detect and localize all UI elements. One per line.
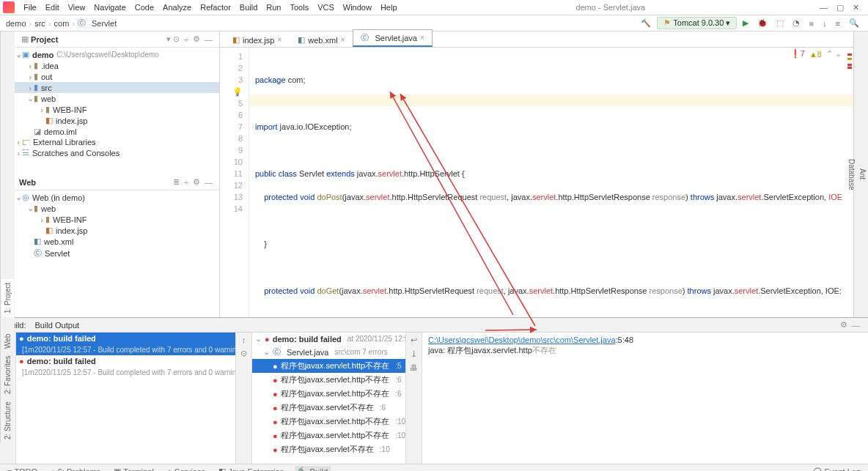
crumb-2[interactable]: com (54, 19, 70, 28)
wrap-icon[interactable]: ↩ (411, 335, 417, 345)
menu-tools[interactable]: Tools (285, 1, 313, 13)
update-icon[interactable]: ↓ (820, 19, 830, 28)
build-history-item: [1m2020/11/25 12:57 - Build completed wi… (16, 367, 235, 378)
web-icon: ◎ (22, 193, 29, 202)
tab-servlet-java[interactable]: ⓒServlet.java× (353, 29, 432, 47)
web-tool-tab[interactable]: Web (1, 330, 14, 352)
debug-icon[interactable]: 🐞 (754, 18, 770, 28)
folder-icon: ▮ (34, 61, 38, 70)
build-output-tab[interactable]: Build Output (35, 321, 80, 330)
menu-window[interactable]: Window (339, 1, 376, 13)
collapse-icon[interactable]: ÷ (182, 178, 191, 187)
web-tree[interactable]: ⌄◎Web (in demo) ⌄▮web ›▮WEB-INF ◧index.j… (15, 190, 219, 317)
gutter[interactable]: 123💡567891011121314 (220, 48, 249, 317)
folder-icon: ▮ (34, 204, 38, 213)
maximize-icon[interactable]: ▢ (836, 3, 844, 12)
app-icon (3, 1, 15, 13)
event-log-tab[interactable]: ◯ Event Log (810, 466, 864, 471)
error-item: ● 程序包javax.servlet.http不存在 :6 (252, 373, 405, 387)
crumb-0[interactable]: demo (6, 19, 26, 28)
run-config-dropdown[interactable]: ⚑ Tomcat 9.0.30 ▾ (657, 17, 737, 29)
hide-icon[interactable]: — (202, 178, 215, 187)
error-item: ● 程序包javax.servlet.http不存在 :6 (252, 387, 405, 401)
scroll-icon[interactable]: ⤓ (411, 349, 417, 359)
crumb-1[interactable]: src (34, 19, 45, 28)
menu-code[interactable]: Code (130, 1, 158, 13)
menu-view[interactable]: View (64, 1, 90, 13)
bottom-toolbar: ≡ TODO ● 6: Problems ▣ Terminal ⎈ Servic… (0, 464, 868, 471)
editor: ◧index.jsp× ◧web.xml× ⓒServlet.java× ❗7 … (220, 31, 853, 317)
folder-icon: ▮ (45, 105, 50, 114)
target-icon[interactable]: ⊙ (240, 349, 247, 358)
services-tab[interactable]: ⎈ Services (164, 467, 208, 472)
iml-icon: ◪ (34, 127, 41, 136)
gear-icon[interactable]: ⚙ (838, 320, 850, 330)
build-error-tree[interactable]: ⌄● demo: build failed at 2020/11/25 12:5… (252, 333, 406, 464)
menu-refactor[interactable]: Refactor (196, 1, 235, 13)
build-icon[interactable]: 🔨 (638, 18, 654, 28)
profiler-icon[interactable]: ◔ (790, 18, 803, 28)
target-icon[interactable]: ⊙ (171, 34, 182, 44)
stop-icon[interactable]: ■ (806, 19, 817, 28)
code-area[interactable]: package com; import java.io.IOException;… (249, 48, 853, 317)
structure-tool-tab[interactable]: 2: Structure (1, 398, 14, 443)
project-tool-tab[interactable]: 1: Project (1, 279, 14, 317)
minimize-icon[interactable]: — (820, 3, 828, 12)
menu-file[interactable]: File (19, 1, 41, 13)
terminal-tab[interactable]: ▣ Terminal (111, 466, 157, 471)
search-icon[interactable]: 🔍 (846, 18, 862, 28)
build-output-text[interactable]: C:\Users\gcswei\Desktop\demo\src\com\Ser… (422, 333, 868, 464)
gear-icon[interactable]: ⚙ (191, 177, 202, 187)
window-title: demo - Servlet.java (402, 3, 820, 12)
build-panel: Build: Build Output ⚙ — ↻ ⊘ ● demo: buil… (0, 317, 868, 464)
favorites-tool-tab[interactable]: 2: Favorites (1, 352, 14, 398)
jsp-icon: ◧ (232, 35, 240, 45)
tab-web-xml[interactable]: ◧web.xml× (290, 32, 353, 47)
run-icon[interactable]: ▶ (740, 18, 751, 28)
problems-tab[interactable]: ● 6: Problems (48, 467, 103, 472)
java-enterprise-tab[interactable]: ◧ Java Enterprise (216, 466, 287, 471)
gear-icon[interactable]: ⚙ (191, 34, 202, 44)
editor-tabs: ◧index.jsp× ◧web.xml× ⓒServlet.java× (220, 31, 853, 48)
error-file-link[interactable]: C:\Users\gcswei\Desktop\demo\src\com\Ser… (428, 335, 616, 344)
menu-edit[interactable]: Edit (41, 1, 64, 13)
jsp-icon: ◧ (45, 116, 53, 125)
expand-icon[interactable]: ↕ (242, 335, 246, 344)
close-icon[interactable]: ✕ (853, 3, 859, 12)
filter-icon[interactable]: ≣ (171, 177, 182, 187)
ant-tool-tab[interactable]: Ant (857, 166, 868, 182)
close-tab-icon[interactable]: × (341, 36, 345, 44)
build-history-list[interactable]: ● demo: build failed [1m2020/11/25 12:57… (16, 333, 236, 464)
tab-index-jsp[interactable]: ◧index.jsp× (224, 32, 290, 47)
folder-icon: ▮ (45, 215, 50, 224)
todo-tab[interactable]: ≡ TODO (4, 467, 40, 472)
project-header: Project (31, 35, 166, 44)
print-icon[interactable]: 🖶 (410, 363, 418, 372)
tree-item-src: ›▮src (15, 82, 219, 93)
menu-build[interactable]: Build (235, 1, 262, 13)
xml-icon: ◧ (298, 35, 305, 45)
menu-navigate[interactable]: Navigate (89, 1, 130, 13)
build-tab[interactable]: 🔨 Build (295, 466, 331, 471)
menu-run[interactable]: Run (262, 1, 285, 13)
menu-vcs[interactable]: VCS (313, 1, 339, 13)
menu-help[interactable]: Help (376, 1, 402, 13)
library-icon: ⫍ (22, 138, 30, 147)
crumb-3[interactable]: Servlet (92, 19, 117, 28)
settings-icon[interactable]: ≡ (833, 19, 843, 28)
hide-icon[interactable]: — (850, 321, 862, 330)
build-history-item: ● demo: build failed (16, 333, 235, 344)
hide-icon[interactable]: — (202, 35, 215, 44)
right-tool-strip: Ant Database (853, 31, 868, 317)
build-mid-toolbar: ↕ ⊙ (236, 333, 252, 464)
menubar: File Edit View Navigate Code Analyze Ref… (0, 0, 868, 15)
coverage-icon[interactable]: ⬚ (773, 18, 787, 28)
project-tree[interactable]: ⌄▣demoC:\Users\gcswei\Desktop\demo ›▮.id… (15, 48, 219, 174)
close-tab-icon[interactable]: × (420, 34, 424, 42)
close-tab-icon[interactable]: × (277, 36, 282, 44)
xml-icon: ◧ (34, 237, 41, 246)
collapse-icon[interactable]: ÷ (182, 35, 191, 44)
error-item: ● 程序包javax.servlet不存在 :6 (252, 401, 405, 415)
menu-analyze[interactable]: Analyze (158, 1, 196, 13)
error-item: ● 程序包javax.servlet.http不存在 :5 (252, 359, 405, 373)
